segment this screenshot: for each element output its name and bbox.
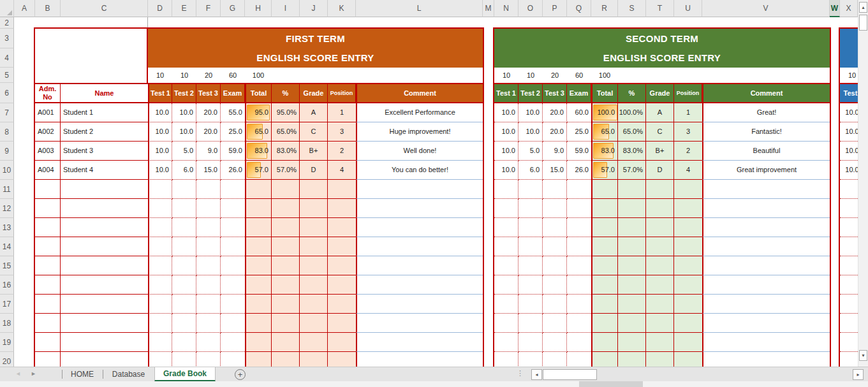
comment-cell[interactable] <box>356 237 483 256</box>
row-header-14[interactable]: 14 <box>0 237 14 256</box>
comment-cell[interactable] <box>702 199 830 218</box>
test-score-cell[interactable] <box>221 180 245 199</box>
test-score-cell[interactable]: 9.0 <box>543 142 567 161</box>
test-score-cell[interactable] <box>519 275 543 295</box>
total-cell[interactable] <box>245 314 272 333</box>
test-score-cell[interactable] <box>196 314 221 333</box>
row-header-4[interactable]: 4 <box>0 48 14 68</box>
column-header-M[interactable]: M <box>483 0 494 17</box>
test-score-cell[interactable]: 5.0 <box>172 142 196 161</box>
test-score-cell[interactable]: 9.0 <box>196 142 221 161</box>
percent-cell[interactable] <box>272 295 300 314</box>
test-score-cell[interactable]: 59.0 <box>221 142 245 161</box>
test-score-cell[interactable]: 60.0 <box>567 103 591 122</box>
grade-cell[interactable]: B+ <box>300 142 328 161</box>
sheet-tab-database[interactable]: Database <box>103 367 154 381</box>
test-score-cell[interactable] <box>196 218 221 237</box>
name-cell[interactable] <box>61 237 148 256</box>
score-header-cell[interactable]: % <box>618 83 646 103</box>
column-header-N[interactable]: N <box>494 0 519 17</box>
test-score-cell[interactable]: 6.0 <box>519 161 543 180</box>
test-score-cell[interactable] <box>543 180 567 199</box>
test-score-cell[interactable]: 10.0 <box>494 122 519 142</box>
column-header-G[interactable]: G <box>221 0 245 17</box>
test-score-cell[interactable] <box>221 333 245 352</box>
test-score-cell[interactable]: 10.0 <box>519 122 543 142</box>
row-header-18[interactable]: 18 <box>0 314 14 333</box>
test-score-cell[interactable]: 25.0 <box>221 122 245 142</box>
comment-cell[interactable] <box>356 295 483 314</box>
total-cell[interactable] <box>591 180 618 199</box>
percent-cell[interactable] <box>618 295 646 314</box>
grade-cell[interactable] <box>646 180 674 199</box>
grade-cell[interactable] <box>646 237 674 256</box>
total-cell[interactable] <box>591 275 618 295</box>
grade-cell[interactable]: D <box>646 161 674 180</box>
test-score-cell[interactable] <box>494 199 519 218</box>
position-cell[interactable] <box>328 256 356 275</box>
percent-cell[interactable] <box>618 333 646 352</box>
score-header-cell[interactable]: Comment <box>356 83 483 103</box>
test-score-cell[interactable]: 26.0 <box>221 161 245 180</box>
row-header-6[interactable]: 6 <box>0 83 14 103</box>
comment-cell[interactable] <box>702 237 830 256</box>
test-score-cell[interactable] <box>519 256 543 275</box>
total-cell[interactable]: 83.0 <box>591 142 618 161</box>
grade-cell[interactable] <box>300 333 328 352</box>
test-score-cell[interactable] <box>148 237 172 256</box>
test-score-cell[interactable]: 20.0 <box>543 122 567 142</box>
test-score-cell[interactable] <box>196 180 221 199</box>
test-score-cell[interactable] <box>567 237 591 256</box>
column-header-O[interactable]: O <box>519 0 543 17</box>
percent-cell[interactable] <box>272 256 300 275</box>
scrollbar-drag-handle[interactable]: ⋮ <box>517 369 524 377</box>
column-header-L[interactable]: L <box>356 0 483 17</box>
score-header-cell[interactable]: Total <box>245 83 272 103</box>
test-score-cell[interactable] <box>221 314 245 333</box>
test-score-cell[interactable] <box>519 333 543 352</box>
test-score-cell[interactable] <box>172 333 196 352</box>
position-cell[interactable]: 1 <box>328 103 356 122</box>
test-score-cell[interactable] <box>494 275 519 295</box>
test-score-cell[interactable] <box>148 333 172 352</box>
position-cell[interactable] <box>674 333 702 352</box>
column-header-U[interactable]: U <box>674 0 702 17</box>
column-header-V[interactable]: V <box>702 0 830 17</box>
total-cell[interactable]: 95.0 <box>245 103 272 122</box>
column-header-J[interactable]: J <box>300 0 328 17</box>
percent-cell[interactable] <box>272 237 300 256</box>
test-score-cell[interactable]: 15.0 <box>543 161 567 180</box>
test-score-cell[interactable]: 20.0 <box>196 122 221 142</box>
grade-cell[interactable] <box>300 218 328 237</box>
score-header-cell[interactable]: Position <box>674 83 702 103</box>
total-cell[interactable] <box>591 295 618 314</box>
grade-cell[interactable] <box>300 237 328 256</box>
grade-cell[interactable] <box>646 199 674 218</box>
test-score-cell[interactable] <box>172 180 196 199</box>
row-header-3[interactable]: 3 <box>0 29 14 48</box>
test-score-cell[interactable] <box>196 333 221 352</box>
name-cell[interactable] <box>61 275 148 295</box>
test-score-cell[interactable] <box>172 218 196 237</box>
name-cell[interactable] <box>61 256 148 275</box>
total-cell[interactable] <box>591 218 618 237</box>
sheet-nav-right-icon[interactable]: ► <box>31 370 36 377</box>
column-header-P[interactable]: P <box>543 0 567 17</box>
row-header-15[interactable]: 15 <box>0 256 14 275</box>
test-score-cell[interactable] <box>543 256 567 275</box>
test-score-cell[interactable] <box>172 275 196 295</box>
test-score-cell[interactable] <box>172 256 196 275</box>
percent-cell[interactable]: 95.0% <box>272 103 300 122</box>
adm-no-cell[interactable] <box>35 180 61 199</box>
grade-cell[interactable] <box>646 256 674 275</box>
test-score-cell[interactable] <box>519 295 543 314</box>
comment-cell[interactable]: Great! <box>702 103 830 122</box>
percent-cell[interactable] <box>618 275 646 295</box>
percent-cell[interactable]: 57.0% <box>272 161 300 180</box>
percent-cell[interactable]: 65.0% <box>272 122 300 142</box>
grade-cell[interactable] <box>300 199 328 218</box>
test-score-cell[interactable] <box>543 218 567 237</box>
position-cell[interactable] <box>674 199 702 218</box>
test-score-cell[interactable] <box>567 275 591 295</box>
adm-no-cell[interactable] <box>35 237 61 256</box>
